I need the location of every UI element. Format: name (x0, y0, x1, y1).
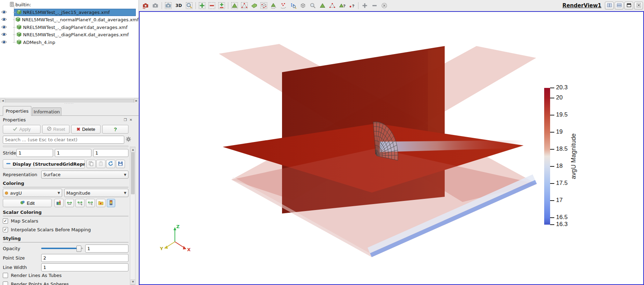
select-points-through-button[interactable] (259, 1, 268, 10)
apply-button[interactable]: Apply (3, 125, 40, 134)
toggle-color-legend-button[interactable] (107, 199, 115, 207)
color-array-select[interactable]: avgU▼ (3, 189, 62, 197)
split-horizontal-icon (607, 2, 612, 9)
color-component-select[interactable]: Magnitude▼ (64, 189, 128, 197)
toolbar-separator (195, 2, 196, 9)
reload-display-button[interactable] (106, 160, 115, 168)
choose-preset-button[interactable]: ♥ (96, 199, 105, 207)
toggle-selection-button[interactable] (217, 1, 226, 10)
add-selection-button[interactable] (198, 1, 207, 10)
display-section-header[interactable]: Display (StructuredGridRepr (3, 159, 85, 168)
maximize-view-button[interactable] (624, 2, 633, 9)
chevron-down-icon: ▼ (58, 191, 60, 195)
pipeline-item[interactable]: NREL5MWTest_._diagPlaneY.dat_averages.xm… (0, 24, 139, 31)
use-separate-color-map-button[interactable]: 2 (54, 199, 64, 207)
help-button[interactable]: ? (102, 125, 128, 134)
render-points-as-spheres-checkbox[interactable] (3, 282, 8, 285)
save-display-button[interactable] (116, 160, 125, 168)
reset-button[interactable]: Reset (42, 125, 69, 134)
rescale-to-custom-range-button[interactable]: c (75, 199, 84, 207)
left-dock: builtin: NREL5MWTest_._jSec15_averages.x… (0, 0, 139, 285)
slider-handle[interactable] (76, 246, 81, 252)
reset-camera-closest-button[interactable] (151, 1, 160, 10)
legend-tick-label: 19.5 (556, 111, 568, 118)
edit-color-map-button[interactable]: Edit (3, 199, 52, 207)
tab-information[interactable]: Information (32, 107, 61, 116)
zoom-to-box-button[interactable] (185, 1, 194, 10)
visibility-eye-icon[interactable] (0, 32, 7, 38)
rescale-over-time-button[interactable]: t (86, 199, 95, 207)
legend-tick (550, 166, 554, 167)
interactive-select-cells-data-button[interactable] (318, 1, 327, 10)
paste-display-button[interactable] (96, 160, 105, 168)
visibility-eye-icon[interactable] (0, 40, 7, 45)
reset-camera-button[interactable] (141, 1, 150, 10)
line-width-field[interactable] (41, 263, 128, 271)
hover-cells-tooltip-button[interactable]: ? (338, 1, 347, 10)
stride-x-field[interactable] (16, 149, 53, 157)
orientation-axes-widget[interactable]: Z Y X (160, 224, 191, 252)
interpolate-scalars-checkbox[interactable]: ✓ (3, 227, 8, 232)
pipeline-item[interactable]: NREL5MWTest_._diagPlaneX.dat_averages.xm… (0, 31, 139, 38)
tab-properties[interactable]: Properties (3, 106, 31, 116)
map-scalars-checkbox[interactable]: ✓ (3, 218, 8, 224)
visibility-eye-icon[interactable] (0, 17, 7, 23)
float-panel-icon[interactable]: ❐ (123, 118, 128, 122)
interactive-select-points-button[interactable] (289, 1, 298, 10)
select-points-on-button[interactable] (240, 1, 249, 10)
panel-splitter[interactable]: ······ (0, 103, 139, 106)
split-vertical-button[interactable] (615, 2, 623, 9)
rescale-to-data-range-button[interactable] (65, 199, 74, 207)
pipeline-root-row[interactable]: builtin: (0, 1, 139, 8)
hover-query-button[interactable] (308, 1, 317, 10)
legend-tick (550, 88, 554, 88)
scroll-groove (3, 145, 128, 147)
help-icon: ? (114, 126, 117, 132)
scroll-thumb[interactable] (131, 152, 135, 194)
cube-points-icon (260, 2, 267, 9)
pipeline-item[interactable]: NREL5MWTest_._normalPlaneY_0.dat_average… (0, 16, 139, 23)
search-input[interactable] (3, 136, 124, 144)
hover-points-tooltip-button[interactable]: ? (347, 1, 356, 10)
scroll-down-icon[interactable]: ▼ (131, 279, 135, 285)
cube-gray-icon (299, 2, 306, 9)
search-options-gear-icon[interactable] (125, 136, 132, 143)
opacity-slider[interactable] (41, 245, 83, 252)
copy-display-button[interactable] (87, 160, 96, 168)
visibility-eye-icon[interactable] (0, 10, 7, 15)
select-cells-through-button[interactable] (250, 1, 259, 10)
point-size-field[interactable] (41, 254, 128, 262)
subtract-selection-button[interactable] (207, 1, 216, 10)
delete-button[interactable]: ✖ Delete (71, 125, 101, 134)
y-axis-arrow-icon (164, 246, 168, 249)
scene-3d[interactable]: Z Y X (140, 12, 643, 284)
pipeline-item[interactable]: NREL5MWTest_._jSec15_averages.xmf (0, 9, 139, 16)
representation-select[interactable]: Surface▼ (41, 171, 128, 179)
pipeline-item[interactable]: ADMesh_4.inp (0, 39, 139, 46)
stride-y-field[interactable] (55, 149, 91, 157)
legend-tick (550, 98, 554, 98)
render-lines-as-tubes-checkbox[interactable] (3, 273, 8, 278)
select-points-polygon-button[interactable] (279, 1, 288, 10)
select-block-button[interactable] (298, 1, 308, 10)
select-cells-polygon-button[interactable] (269, 1, 278, 10)
stride-z-field[interactable] (93, 149, 128, 157)
close-panel-icon[interactable]: ✕ (128, 118, 133, 122)
scroll-up-icon[interactable]: ▲ (131, 147, 135, 152)
visibility-eye-icon[interactable] (0, 25, 7, 30)
clear-selection-button[interactable] (380, 1, 389, 10)
render-view[interactable]: Z Y X 20.32019.51918.51817.51716.516.3 a… (139, 11, 644, 285)
shrink-selection-button[interactable] (370, 1, 379, 10)
close-view-button[interactable] (634, 2, 643, 9)
toggle-interaction-mode-button[interactable]: 3D (173, 1, 184, 10)
properties-vscrollbar[interactable]: ▲ ▼ (130, 147, 135, 285)
plus-frame-icon (199, 2, 206, 9)
color-legend-bar[interactable] (544, 88, 550, 225)
grow-selection-button[interactable] (360, 1, 369, 10)
opacity-field[interactable] (85, 245, 128, 253)
interactive-select-points-data-button[interactable] (328, 1, 337, 10)
zoom-to-data-button[interactable] (164, 1, 173, 10)
split-horizontal-button[interactable] (605, 2, 614, 9)
tree-stub (13, 27, 16, 28)
select-cells-on-button[interactable] (230, 1, 239, 10)
